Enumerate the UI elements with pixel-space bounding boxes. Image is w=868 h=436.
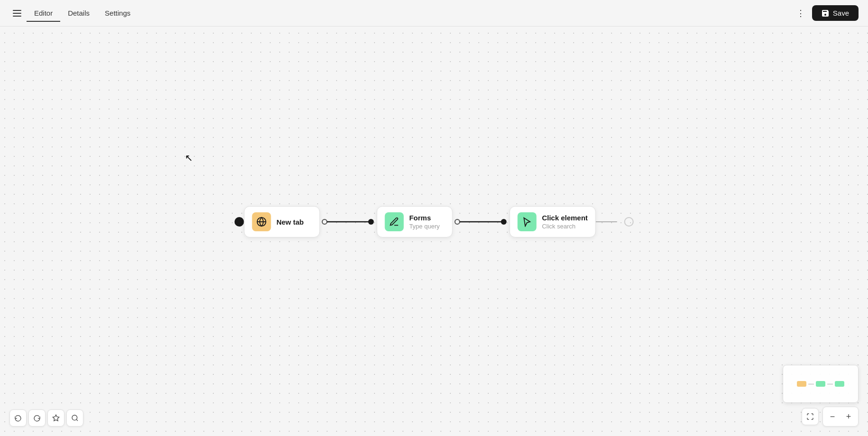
svg-marker-9 bbox=[53, 415, 59, 421]
nav-tabs: Editor Details Settings bbox=[27, 5, 138, 21]
flow-container: New tab Forms Type query bbox=[234, 206, 634, 237]
fullscreen-button[interactable] bbox=[802, 408, 819, 425]
sidebar-toggle-button[interactable] bbox=[9, 6, 25, 21]
node-click-element-title: Click element bbox=[542, 214, 588, 222]
svg-point-8 bbox=[501, 219, 506, 225]
undo-button[interactable] bbox=[9, 409, 27, 427]
node-forms-text: Forms Type query bbox=[409, 214, 439, 230]
node-click-element[interactable]: Click element Click search bbox=[509, 206, 596, 237]
tab-details[interactable]: Details bbox=[60, 5, 97, 22]
tab-settings[interactable]: Settings bbox=[97, 5, 138, 22]
connector-2 bbox=[452, 215, 509, 229]
connector-end bbox=[596, 215, 624, 229]
more-options-button[interactable]: ⋮ bbox=[793, 6, 808, 21]
mini-line-2 bbox=[827, 384, 833, 384]
zoom-in-button[interactable]: + bbox=[841, 409, 856, 424]
node-forms-icon bbox=[384, 212, 403, 231]
svg-point-5 bbox=[322, 219, 327, 224]
mini-map bbox=[783, 365, 859, 403]
svg-line-11 bbox=[76, 419, 78, 421]
svg-rect-1 bbox=[13, 13, 21, 14]
connector-1 bbox=[320, 215, 376, 229]
node-forms-title: Forms bbox=[409, 214, 439, 222]
save-button[interactable]: Save bbox=[812, 5, 859, 21]
node-click-element-icon bbox=[517, 212, 536, 231]
node-new-tab-text: New tab bbox=[276, 218, 304, 226]
search-button[interactable] bbox=[66, 409, 83, 427]
flow-start-dot bbox=[234, 217, 244, 227]
canvas[interactable]: ↖ New tab bbox=[0, 27, 868, 436]
save-button-label: Save bbox=[833, 9, 849, 17]
node-new-tab-icon bbox=[252, 212, 271, 231]
node-forms[interactable]: Forms Type query bbox=[376, 206, 452, 237]
node-forms-subtitle: Type query bbox=[409, 223, 439, 230]
bottom-toolbar bbox=[9, 409, 83, 427]
flow-end-dot bbox=[624, 217, 634, 227]
mini-map-content bbox=[793, 377, 848, 391]
svg-point-7 bbox=[455, 219, 459, 224]
redo-button[interactable] bbox=[28, 409, 46, 427]
mini-node-3 bbox=[835, 381, 844, 387]
cursor-indicator: ↖ bbox=[185, 152, 193, 164]
header: Editor Details Settings ⋮ Save bbox=[0, 0, 868, 27]
node-new-tab-title: New tab bbox=[276, 218, 304, 226]
header-left: Editor Details Settings bbox=[9, 5, 138, 21]
mini-node-1 bbox=[797, 381, 806, 387]
mini-line-1 bbox=[808, 384, 814, 384]
header-right: ⋮ Save bbox=[793, 5, 859, 21]
svg-rect-2 bbox=[13, 16, 21, 17]
mini-node-2 bbox=[816, 381, 825, 387]
svg-point-6 bbox=[368, 219, 374, 225]
svg-rect-0 bbox=[13, 10, 21, 11]
bottom-right-controls: − + bbox=[802, 407, 859, 427]
tab-editor[interactable]: Editor bbox=[27, 5, 60, 22]
bookmark-button[interactable] bbox=[47, 409, 64, 427]
node-new-tab[interactable]: New tab bbox=[244, 206, 320, 237]
svg-point-10 bbox=[72, 415, 77, 420]
zoom-out-button[interactable]: − bbox=[825, 409, 840, 424]
zoom-controls: − + bbox=[822, 407, 859, 427]
node-click-element-subtitle: Click search bbox=[542, 223, 588, 230]
node-click-element-text: Click element Click search bbox=[542, 214, 588, 230]
